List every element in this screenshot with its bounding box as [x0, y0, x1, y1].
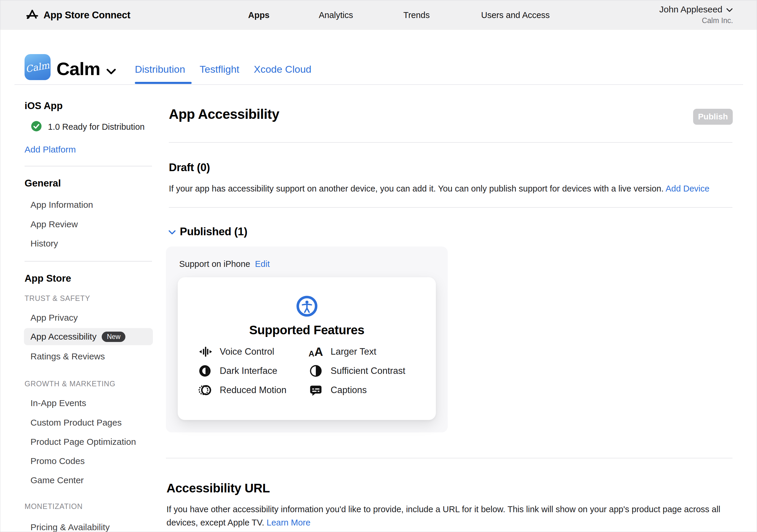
app-store-connect-page: App Store Connect Apps Analytics Trends …	[0, 0, 757, 532]
accessibility-icon	[296, 295, 318, 318]
support-on-iphone-label: Support on iPhone	[179, 259, 250, 269]
feature-larger-text: AA Larger Text	[309, 345, 377, 359]
sidebar-item-in-app-events[interactable]: In-App Events	[30, 398, 86, 408]
accessibility-url-description: If you have other accessibility informat…	[167, 503, 725, 529]
app-store-connect-logo-icon	[25, 8, 39, 22]
feature-label: Dark Interface	[220, 366, 277, 376]
active-tab-underline	[135, 82, 192, 84]
supported-features-card: Supported Features Voice Control AA	[178, 277, 436, 420]
version-status: 1.0 Ready for Distribution	[31, 121, 145, 133]
sidebar-item-pricing-availability[interactable]: Pricing & Availability	[30, 522, 110, 532]
app-store-connect-brand[interactable]: App Store Connect	[25, 0, 131, 30]
account-organization: Calm Inc.	[659, 16, 733, 25]
sidebar-item-history[interactable]: History	[30, 239, 58, 249]
tab-distribution[interactable]: Distribution	[135, 64, 185, 75]
feature-voice-control: Voice Control	[198, 345, 274, 359]
section-divider	[166, 458, 733, 458]
dark-interface-icon	[198, 364, 212, 378]
sidebar-section-monetization: MONETIZATION	[24, 502, 83, 511]
nav-users-and-access[interactable]: Users and Access	[481, 0, 550, 30]
sidebar-item-custom-product-pages[interactable]: Custom Product Pages	[30, 418, 122, 428]
chevron-down-icon	[106, 58, 116, 79]
feature-label: Larger Text	[331, 346, 377, 357]
sidebar-item-game-center[interactable]: Game Center	[30, 475, 84, 485]
edit-link[interactable]: Edit	[255, 259, 270, 269]
sidebar-item-app-accessibility-label: App Accessibility	[30, 332, 96, 342]
new-badge: New	[102, 332, 125, 342]
brand-title: App Store Connect	[44, 10, 131, 21]
publish-button[interactable]: Publish	[693, 109, 733, 125]
sidebar-divider	[24, 166, 152, 166]
account-menu[interactable]: John Appleseed Calm Inc.	[659, 4, 733, 25]
published-support-card: Support on iPhone Edit Supported Feature…	[166, 247, 448, 432]
sidebar-item-ratings-reviews[interactable]: Ratings & Reviews	[30, 351, 105, 362]
feature-label: Voice Control	[220, 346, 274, 357]
calm-app-icon-label: Calm	[25, 60, 50, 74]
feature-label: Sufficient Contrast	[331, 366, 406, 376]
voice-control-icon	[198, 345, 212, 359]
add-platform-link[interactable]: Add Platform	[24, 144, 76, 155]
published-heading: Published (1)	[180, 225, 247, 238]
app-name: Calm	[56, 58, 100, 79]
section-divider	[169, 142, 733, 143]
draft-description: If your app has accessibility support on…	[169, 182, 733, 195]
checkmark-circle-icon	[31, 121, 42, 133]
section-divider	[169, 207, 733, 208]
sidebar-item-app-privacy[interactable]: App Privacy	[30, 313, 78, 323]
app-tabs: Distribution Testflight Xcode Cloud	[135, 64, 311, 75]
learn-more-link[interactable]: Learn More	[267, 518, 311, 527]
feature-sufficient-contrast: Sufficient Contrast	[309, 364, 406, 378]
sidebar-item-promo-codes[interactable]: Promo Codes	[30, 456, 85, 466]
nav-analytics[interactable]: Analytics	[319, 0, 353, 30]
tab-testflight[interactable]: Testflight	[199, 64, 239, 75]
sufficient-contrast-icon	[309, 364, 323, 378]
add-device-link[interactable]: Add Device	[666, 184, 710, 193]
draft-description-text: If your app has accessibility support on…	[169, 184, 664, 193]
sidebar-item-product-page-optimization[interactable]: Product Page Optimization	[30, 437, 136, 447]
feature-label: Reduced Motion	[220, 385, 287, 396]
feature-dark-interface: Dark Interface	[198, 364, 277, 378]
sidebar-item-app-accessibility-selected[interactable]: App Accessibility New	[24, 328, 153, 345]
account-name: John Appleseed	[659, 4, 722, 15]
sidebar-section-growth-marketing: GROWTH & MARKETING	[24, 379, 115, 388]
nav-trends[interactable]: Trends	[403, 0, 430, 30]
supported-features-heading: Supported Features	[178, 323, 436, 337]
sidebar-section-trust-safety: TRUST & SAFETY	[24, 294, 90, 303]
feature-label: Captions	[331, 385, 367, 396]
larger-text-icon: AA	[309, 345, 323, 359]
header-divider	[15, 84, 743, 85]
nav-apps[interactable]: Apps	[248, 0, 270, 30]
feature-captions: Captions	[309, 383, 367, 397]
calm-app-icon: Calm	[24, 54, 50, 80]
page-title: App Accessibility	[169, 106, 279, 122]
sidebar-divider	[24, 261, 152, 262]
sidebar-item-app-review[interactable]: App Review	[30, 219, 78, 229]
accessibility-url-description-text: If you have other accessibility informat…	[167, 505, 720, 527]
sidebar-heading-app-store: App Store	[24, 273, 71, 284]
version-status-text: 1.0 Ready for Distribution	[48, 122, 145, 132]
accessibility-url-heading: Accessibility URL	[167, 481, 270, 495]
draft-heading: Draft (0)	[169, 162, 210, 174]
sidebar-item-app-information[interactable]: App Information	[30, 200, 93, 210]
chevron-down-icon	[726, 4, 733, 15]
captions-icon	[309, 383, 323, 397]
feature-reduced-motion: Reduced Motion	[198, 383, 287, 397]
published-collapse-chevron-icon[interactable]	[168, 229, 176, 236]
top-navigation-bar: App Store Connect Apps Analytics Trends …	[0, 0, 757, 30]
app-switcher[interactable]: Calm	[56, 58, 116, 79]
sidebar-heading-general: General	[24, 178, 61, 189]
reduced-motion-icon	[198, 383, 212, 397]
tab-xcode-cloud[interactable]: Xcode Cloud	[254, 64, 311, 75]
sidebar-heading-ios-app: iOS App	[24, 100, 63, 111]
